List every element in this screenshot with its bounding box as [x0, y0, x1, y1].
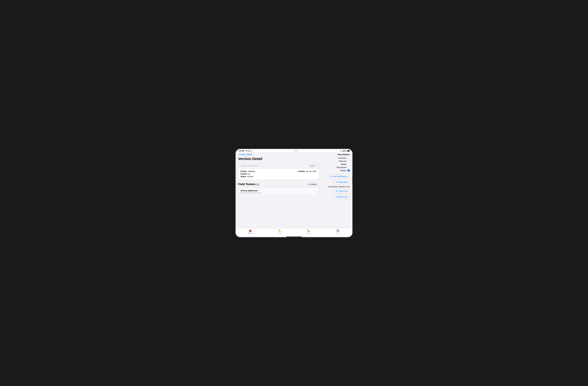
radio-check-icon: ✓: [348, 170, 349, 171]
home-indicator: [286, 237, 302, 237]
main-content: ‹ Project Detail Version Detail VERSION …: [238, 152, 319, 228]
status-time: 4:33 PM: [238, 150, 244, 152]
version-info-body: Project: Stinkbug Version 0.9 Status: Cl…: [238, 169, 318, 180]
add-icon: ⊕: [330, 175, 332, 178]
actions-label: Actions: [311, 183, 317, 185]
info-right: Created: Jan 22, 2024: [278, 170, 316, 178]
section-title: Field Testers (1): [238, 183, 259, 186]
tab-bar: 📥 Projects ✏️ Journal 🐛 Issues ⚙️ More: [236, 228, 352, 236]
created-row: Created: Jan 22, 2024: [278, 170, 316, 172]
import-csv-label: Import CSV: [338, 190, 348, 192]
import-export-title: Import/Export AppStore CSV: [328, 186, 350, 188]
view-option-label-testers: Testers: [340, 169, 346, 172]
status-center: [295, 151, 297, 151]
projects-tab-label: Projects: [248, 233, 252, 234]
tester-item[interactable]: Johnny Appleseed johnny.appelseed@mac.co…: [238, 188, 318, 195]
edit-button[interactable]: EDIT: [308, 164, 316, 167]
tab-issues[interactable]: 🐛 Issues: [294, 229, 323, 234]
battery-percentage: 100%: [342, 150, 346, 152]
version-label: Version: [240, 173, 247, 175]
import-csv-button[interactable]: ⬇ Import CSV: [334, 189, 350, 193]
status-date: Thu Mar 7: [245, 150, 252, 152]
status-label: Status:: [240, 175, 247, 178]
back-label[interactable]: Project Detail: [239, 153, 252, 156]
battery-icon: [347, 150, 350, 152]
status-dot-3: [297, 151, 297, 151]
view-option-label-documents: Documents: [336, 166, 346, 168]
more-tab-label: More: [336, 233, 339, 234]
status-bar: 4:33 PM Thu Mar 7 ▲ 100%: [236, 149, 352, 152]
view-option-documents[interactable]: Documents: [336, 166, 350, 169]
status-value: Closed: [247, 175, 253, 178]
radio-testers: ✓: [347, 169, 350, 172]
info-left: Project: Stinkbug Version 0.9 Status: Cl…: [240, 170, 278, 178]
status-dot-1: [295, 151, 295, 151]
actions-button[interactable]: ⊞ Actions: [306, 182, 319, 186]
journal-tab-label: Journal: [277, 233, 282, 234]
back-chevron-icon: ‹: [238, 153, 239, 156]
status-right: ▲ 100%: [340, 150, 350, 152]
view-option-summary[interactable]: Summary: [338, 157, 350, 159]
send-email-button[interactable]: ✉ Send eMail: [334, 180, 350, 184]
radio-todolist: [347, 160, 350, 162]
view-options-list: Summary Todo List Builds Documen: [321, 157, 350, 172]
tab-more[interactable]: ⚙️ More: [323, 229, 352, 234]
page-title: Version Detail: [238, 157, 319, 161]
project-label: Project:: [240, 170, 247, 172]
view-option-label-todolist: Todo List: [339, 160, 346, 162]
projects-tab-icon: 📥: [249, 229, 252, 232]
export-csv-label: Export CSV: [338, 196, 348, 198]
view-option-label-summary: Summary: [338, 157, 346, 159]
field-testers-header: Field Testers (1) ⊞ Actions: [238, 182, 319, 186]
right-panel: View Options Summary Todo List Builds: [321, 152, 350, 228]
status-left: 4:33 PM Thu Mar 7: [238, 150, 252, 152]
version-value: 0.9: [248, 173, 250, 175]
tab-journal[interactable]: ✏️ Journal: [265, 229, 294, 234]
tab-projects[interactable]: 📥 Projects: [236, 229, 265, 234]
project-value: Stinkbug: [248, 170, 255, 172]
wifi-icon: ▲: [340, 150, 341, 152]
actions-panel: ⊕ Add FieldTester(s) ✉ Send eMail Import…: [321, 174, 350, 199]
created-value: Jan 22, 2024: [306, 170, 316, 172]
radio-builds: [347, 163, 350, 165]
version-info-header: VERSION INFORMATION EDIT: [238, 163, 318, 169]
view-options-title: View Options: [321, 153, 350, 156]
issues-tab-label: Issues: [307, 233, 311, 234]
status-dot-2: [296, 151, 296, 151]
view-option-builds[interactable]: Builds: [341, 163, 350, 165]
view-option-label-builds: Builds: [341, 163, 346, 165]
content-area: ‹ Project Detail Version Detail VERSION …: [236, 152, 352, 237]
journal-tab-icon: ✏️: [278, 229, 281, 232]
view-option-testers[interactable]: Testers ✓: [340, 169, 350, 172]
email-icon: ✉: [336, 181, 337, 183]
section-title-text: Field Testers: [238, 183, 256, 186]
tester-email: johnny.appelseed@mac.com: [240, 192, 262, 194]
version-info-section-label: VERSION INFORMATION: [240, 165, 258, 167]
add-fieldtester-label: Add FieldTester(s): [333, 175, 348, 178]
add-fieldtester-button[interactable]: ⊕ Add FieldTester(s): [328, 174, 350, 179]
version-info-card: VERSION INFORMATION EDIT Project: Stinkb…: [238, 163, 319, 180]
status-row: Status: Closed: [240, 175, 278, 178]
issues-tab-icon: 🐛: [307, 229, 310, 232]
radio-documents: [347, 166, 350, 169]
view-option-todolist[interactable]: Todo List: [339, 160, 350, 162]
back-nav[interactable]: ‹ Project Detail: [238, 153, 319, 156]
more-tab-icon: ⚙️: [336, 229, 339, 232]
radio-summary: [347, 157, 350, 159]
actions-icon: ⊞: [308, 183, 310, 185]
device-screen: 4:33 PM Thu Mar 7 ▲ 100%: [236, 149, 352, 237]
version-row: Version 0.9: [240, 173, 278, 175]
main-wrapper: ‹ Project Detail Version Detail VERSION …: [236, 152, 352, 228]
tester-list: Johnny Appleseed johnny.appelseed@mac.co…: [238, 188, 319, 196]
battery-fill: [347, 150, 349, 151]
export-icon: ⬆: [336, 196, 337, 198]
tester-chevron-icon: ›: [316, 190, 316, 193]
tester-info: Johnny Appleseed johnny.appelseed@mac.co…: [240, 189, 262, 194]
import-icon: ⬇: [336, 190, 337, 192]
device-frame: 4:33 PM Thu Mar 7 ▲ 100%: [236, 149, 352, 237]
project-row: Project: Stinkbug: [240, 170, 278, 172]
send-email-label: Send eMail: [338, 181, 348, 183]
created-label: Created:: [298, 170, 305, 172]
export-csv-button[interactable]: ⬆ Export CSV: [333, 195, 350, 199]
section-count: (1): [256, 183, 259, 186]
